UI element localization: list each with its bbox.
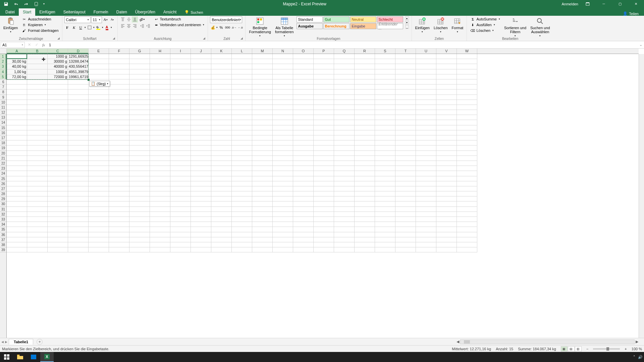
name-box[interactable]: A1▾	[1, 42, 25, 48]
style-neutral[interactable]: Neutral	[350, 16, 376, 22]
share-button[interactable]: 👤 Teilen	[623, 11, 639, 16]
cell[interactable]	[395, 232, 416, 237]
cell[interactable]	[293, 207, 314, 212]
paste-options-button[interactable]: 📋 (Strg) ▾	[89, 81, 110, 86]
cell[interactable]	[273, 212, 293, 217]
cell[interactable]	[293, 212, 314, 217]
cell[interactable]	[314, 201, 334, 206]
align-left-button[interactable]	[120, 23, 126, 29]
cell[interactable]	[314, 247, 334, 252]
cell[interactable]	[334, 156, 355, 161]
col-header-R[interactable]: R	[355, 49, 375, 54]
cell[interactable]	[232, 247, 252, 252]
cell[interactable]	[375, 201, 395, 206]
cell[interactable]	[109, 95, 129, 100]
cell[interactable]	[273, 140, 293, 145]
cell[interactable]	[170, 59, 191, 64]
cell[interactable]	[7, 222, 27, 227]
cell[interactable]	[109, 64, 129, 69]
cell[interactable]	[375, 186, 395, 191]
col-header-N[interactable]: N	[273, 49, 293, 54]
row-header-18[interactable]: 18	[0, 140, 6, 145]
cell[interactable]	[27, 105, 48, 110]
styles-scroll-up[interactable]: ▴	[405, 16, 409, 20]
cell[interactable]	[416, 232, 436, 237]
merge-center-button[interactable]: ⬌Verbinden und zentrieren▾	[153, 22, 206, 27]
cell[interactable]	[293, 115, 314, 120]
cell[interactable]	[232, 176, 252, 181]
decrease-indent-button[interactable]	[139, 23, 145, 29]
cell[interactable]	[457, 145, 477, 150]
cell[interactable]: 430,556417	[68, 64, 89, 69]
cell[interactable]	[252, 207, 273, 212]
cell[interactable]	[334, 89, 355, 95]
cell[interactable]	[334, 74, 355, 79]
cell[interactable]	[211, 176, 232, 181]
cell[interactable]	[375, 207, 395, 212]
cell[interactable]	[109, 247, 129, 252]
cell[interactable]	[48, 140, 68, 145]
cell[interactable]	[27, 69, 48, 74]
style-gut[interactable]: Gut	[323, 16, 350, 22]
cell[interactable]	[150, 171, 170, 176]
cell[interactable]	[170, 227, 191, 232]
cell[interactable]	[191, 140, 211, 145]
cell[interactable]	[7, 95, 27, 100]
cell[interactable]	[109, 196, 129, 201]
style-erklarend[interactable]: Erklärender ...	[377, 23, 403, 29]
cell[interactable]	[109, 151, 129, 156]
cell[interactable]	[314, 181, 334, 186]
cell[interactable]	[436, 222, 457, 227]
cell[interactable]	[416, 125, 436, 130]
cell[interactable]	[334, 145, 355, 150]
cell[interactable]	[355, 212, 375, 217]
cell[interactable]	[273, 227, 293, 232]
cell[interactable]	[273, 196, 293, 201]
cell[interactable]	[89, 115, 109, 120]
tray-up-icon[interactable]: ˄	[633, 355, 635, 359]
cell[interactable]	[27, 242, 48, 247]
cell[interactable]	[436, 100, 457, 105]
cell[interactable]	[191, 100, 211, 105]
cell[interactable]	[457, 247, 477, 252]
cell[interactable]	[273, 232, 293, 237]
cell[interactable]	[109, 125, 129, 130]
cell[interactable]	[7, 207, 27, 212]
cell[interactable]	[150, 79, 170, 84]
cell[interactable]	[150, 59, 170, 64]
cell[interactable]	[211, 242, 232, 247]
cell[interactable]	[273, 115, 293, 120]
cell[interactable]	[109, 120, 129, 125]
cell[interactable]	[252, 110, 273, 115]
decrease-decimal-button[interactable]: ←.0	[237, 24, 243, 31]
cell[interactable]	[109, 54, 129, 59]
cell[interactable]	[293, 156, 314, 161]
cell[interactable]	[89, 140, 109, 145]
cell[interactable]	[129, 84, 150, 89]
font-size-combo[interactable]: 11▾	[91, 16, 102, 23]
cell[interactable]	[293, 95, 314, 100]
cell[interactable]	[436, 171, 457, 176]
cell[interactable]	[395, 125, 416, 130]
tab-formulas[interactable]: Formeln	[90, 8, 112, 16]
cell[interactable]	[150, 130, 170, 135]
cell[interactable]	[7, 201, 27, 206]
cell[interactable]	[129, 222, 150, 227]
cell[interactable]	[395, 161, 416, 166]
cell[interactable]	[314, 156, 334, 161]
cell[interactable]	[7, 166, 27, 171]
cell[interactable]	[129, 212, 150, 217]
cell[interactable]	[232, 74, 252, 79]
row-header-6[interactable]: 6	[0, 79, 6, 84]
cell[interactable]	[355, 69, 375, 74]
cell[interactable]	[129, 232, 150, 237]
cell[interactable]	[293, 166, 314, 171]
cell[interactable]	[355, 130, 375, 135]
cell[interactable]	[375, 145, 395, 150]
cell[interactable]	[211, 171, 232, 176]
cell[interactable]	[395, 207, 416, 212]
cell[interactable]	[191, 247, 211, 252]
cell[interactable]	[7, 181, 27, 186]
cell[interactable]	[436, 120, 457, 125]
cell[interactable]	[375, 79, 395, 84]
